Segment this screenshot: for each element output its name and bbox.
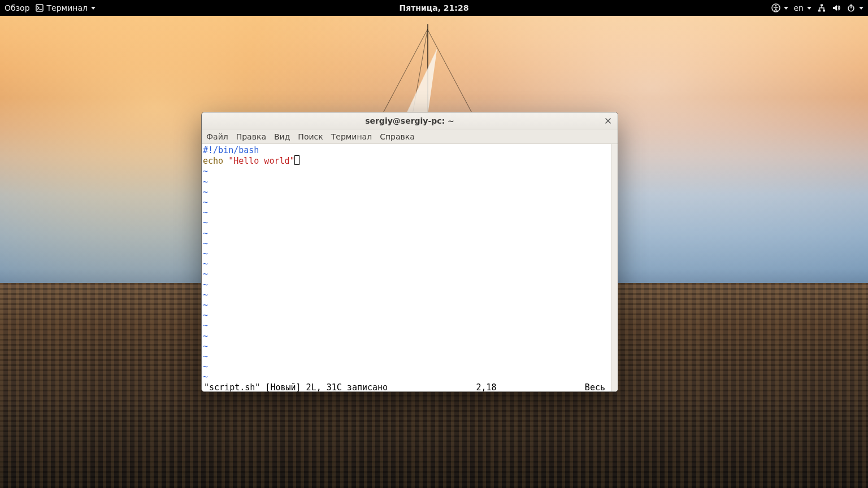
vim-tilde-line: ~ — [203, 187, 611, 197]
string-literal: Hello world — [233, 156, 289, 166]
vim-tilde-line: ~ — [203, 197, 611, 207]
vim-tilde-line: ~ — [203, 320, 611, 330]
terminal-viewport[interactable]: #!/bin/bash echo "Hello world" ~ ~ ~ ~ ~… — [202, 144, 618, 391]
svg-rect-6 — [823, 10, 825, 12]
vim-tilde-line: ~ — [203, 177, 611, 187]
vim-tilde-line: ~ — [203, 259, 611, 269]
terminal-menubar: Файл Правка Вид Поиск Терминал Справка — [202, 129, 618, 144]
power-icon — [847, 3, 856, 12]
menu-search[interactable]: Поиск — [298, 132, 323, 141]
chevron-down-icon — [807, 7, 811, 10]
vim-tilde-line: ~ — [203, 351, 611, 361]
menu-terminal[interactable]: Терминал — [331, 132, 372, 141]
menu-file[interactable]: Файл — [206, 132, 228, 141]
gnome-topbar: Обзор Терминал Пятница, 21:28 en — [0, 0, 868, 16]
menu-help[interactable]: Справка — [380, 132, 415, 141]
close-icon — [605, 116, 611, 125]
chevron-down-icon — [859, 7, 863, 10]
string-quote-open: " — [228, 156, 233, 166]
vim-tilde-line: ~ — [203, 207, 611, 217]
menu-view[interactable]: Вид — [274, 132, 290, 141]
vim-line-1: #!/bin/bash — [203, 145, 611, 155]
appmenu-label: Терминал — [47, 3, 88, 12]
svg-rect-5 — [818, 10, 821, 12]
clock-label: Пятница, 21:28 — [400, 3, 469, 12]
vim-buffer[interactable]: #!/bin/bash echo "Hello world" ~ ~ ~ ~ ~… — [202, 144, 611, 391]
vim-tilde-line: ~ — [203, 331, 611, 341]
volume-menu[interactable] — [832, 3, 841, 12]
vim-status-pos: 2,18 — [476, 382, 496, 392]
terminal-app-icon — [36, 4, 44, 12]
vim-tilde-line: ~ — [203, 372, 611, 382]
input-source-label: en — [794, 3, 804, 12]
vim-tilde-line: ~ — [203, 249, 611, 259]
vim-tilde-line: ~ — [203, 310, 611, 320]
activities-label: Обзор — [5, 3, 30, 12]
svg-rect-4 — [821, 5, 823, 7]
vim-tilde-line: ~ — [203, 280, 611, 290]
menu-edit[interactable]: Правка — [236, 132, 266, 141]
vim-statusline: "script.sh" [Новый] 2L, 31C записано 2,1… — [203, 382, 611, 392]
terminal-scrollbar[interactable] — [611, 144, 618, 391]
echo-cmd: echo — [203, 156, 228, 166]
network-wired-icon — [817, 3, 826, 12]
window-titlebar[interactable]: sergiy@sergiy-pc: ~ — [202, 112, 618, 129]
vim-tilde-line: ~ — [203, 269, 611, 279]
network-menu[interactable] — [817, 3, 826, 12]
vim-tilde-line: ~ — [203, 300, 611, 310]
system-menu[interactable] — [847, 3, 863, 12]
vim-tilde-line: ~ — [203, 361, 611, 372]
vim-status-file: "script.sh" [Новый] 2L, 31C записано — [204, 382, 388, 392]
accessibility-icon — [771, 3, 780, 12]
vim-status-scroll: Весь — [585, 382, 607, 392]
window-close-button[interactable] — [603, 116, 613, 126]
volume-icon — [832, 3, 841, 12]
vim-tilde-line: ~ — [203, 228, 611, 238]
input-source-menu[interactable]: en — [794, 3, 812, 12]
vim-tilde-line: ~ — [203, 217, 611, 228]
vim-tilde-line: ~ — [203, 341, 611, 351]
vim-line-2: echo "Hello world" — [203, 155, 611, 166]
activities-button[interactable]: Обзор — [5, 3, 30, 12]
accessibility-menu[interactable] — [771, 3, 788, 12]
appmenu-button[interactable]: Терминал — [36, 3, 96, 12]
vim-tilde-line: ~ — [203, 290, 611, 300]
terminal-window[interactable]: sergiy@sergiy-pc: ~ Файл Правка Вид Поис… — [201, 112, 618, 392]
vim-tilde-line: ~ — [203, 238, 611, 249]
window-title: sergiy@sergiy-pc: ~ — [365, 116, 454, 125]
chevron-down-icon — [91, 7, 96, 10]
svg-point-3 — [775, 5, 776, 7]
vim-cursor — [294, 155, 300, 165]
vim-tilde-line: ~ — [203, 166, 611, 176]
shebang-text: #!/bin/bash — [203, 145, 259, 155]
chevron-down-icon — [784, 7, 788, 10]
